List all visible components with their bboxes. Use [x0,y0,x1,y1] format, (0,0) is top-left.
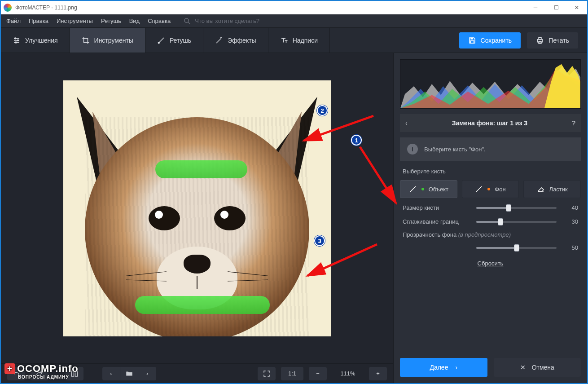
brush-size-value: 40 [563,204,578,211]
bg-opacity-slider[interactable] [476,247,557,249]
open-folder-button[interactable] [120,367,138,380]
sliders-icon [13,36,21,44]
text-icon [280,36,288,44]
brush-icon [475,185,483,193]
tab-label: Ретушь [170,37,191,44]
tab-enhance[interactable]: Улучшения [1,28,70,53]
fit-screen-button[interactable] [258,367,276,380]
next-image-button[interactable]: › [138,367,156,380]
zoom-value: 111% [332,370,364,377]
brush-size-slider[interactable] [476,207,557,209]
print-icon [536,36,544,44]
annotation-arrow-3 [301,240,382,282]
image-canvas[interactable] [63,80,331,336]
annotation-arrow-2 [297,111,378,147]
tab-text[interactable]: Надписи [268,28,330,53]
svg-rect-12 [539,37,541,40]
window-maximize-button[interactable]: ☐ [546,1,566,14]
histogram[interactable] [400,59,581,109]
panel-title: Замена фона: шаг 1 из 3 [412,119,568,127]
bg-opacity-value: 50 [563,244,578,251]
cancel-button[interactable]: ✕ Отмена [494,358,581,377]
tab-effects[interactable]: Эффекты [203,28,268,53]
feather-value: 30 [563,218,578,225]
tab-label: Эффекты [228,37,256,44]
plus-icon: + [4,363,15,374]
window-title: ФотоМАСТЕР - 1111.png [15,4,77,11]
annotation-badge-2: 2 [317,105,328,116]
annotation-badge-1: 1 [351,135,362,146]
zoom-in-button[interactable]: + [369,367,387,380]
opacity-label: Прозрачность фона [403,231,456,238]
svg-line-14 [304,116,373,141]
chevron-right-icon: › [455,364,457,371]
object-mask-stroke [155,160,247,178]
svg-point-0 [184,18,189,22]
feather-label: Сглаживание границ [403,218,470,225]
brush-background-button[interactable]: Фон [462,180,519,198]
svg-rect-9 [470,38,473,40]
tab-label: Инструменты [94,37,133,44]
feather-slider[interactable] [476,221,557,223]
svg-line-16 [360,147,396,203]
tab-label: Улучшения [25,37,58,44]
print-label: Печать [549,37,569,44]
prev-image-button[interactable]: ‹ [102,367,120,380]
save-icon [468,36,476,44]
titlebar: ФотоМАСТЕР - 1111.png ─ ☐ ✕ [1,1,587,14]
panel-back-button[interactable]: ‹ [405,119,408,127]
menu-edit[interactable]: Правка [29,18,48,24]
svg-point-5 [15,38,16,39]
close-icon: ✕ [520,364,526,371]
object-mask-stroke [135,296,270,314]
menu-help[interactable]: Справка [148,18,171,24]
search-icon [183,17,191,25]
save-button[interactable]: Сохранить [459,32,521,49]
svg-point-6 [18,40,19,41]
panel-header: ‹ Замена фона: шаг 1 из 3 ? [400,114,581,132]
annotation-badge-3: 3 [314,235,325,246]
panel-help-button[interactable]: ? [572,119,575,127]
svg-line-15 [307,244,377,276]
opacity-note: (в предпросмотре) [458,231,511,238]
tab-retouch[interactable]: Ретушь [145,28,203,53]
watermark: +OCOMP.info ВОПРОСЫ АДМИНУ [4,363,79,380]
svg-line-1 [188,22,190,24]
window-close-button[interactable]: ✕ [566,1,587,14]
eraser-icon [537,185,545,193]
menu-tools[interactable]: Инструменты [57,18,93,24]
app-logo-icon [4,4,12,12]
svg-point-8 [158,42,159,43]
menu-retouch[interactable]: Ретушь [101,18,121,24]
annotation-arrow-1 [355,145,445,207]
properties-sidebar: ‹ Замена фона: шаг 1 из 3 ? i Выберите к… [393,53,587,383]
tab-label: Надписи [293,37,318,44]
svg-rect-10 [470,40,474,43]
tab-tools[interactable]: Инструменты [70,28,145,53]
search-input[interactable] [195,18,294,24]
save-label: Сохранить [481,37,512,44]
menu-view[interactable]: Вид [129,18,140,24]
wand-icon [215,36,223,44]
zoom-out-button[interactable]: − [309,367,327,380]
menu-file[interactable]: Файл [6,18,21,24]
print-button[interactable]: Печать [527,32,578,49]
next-button[interactable]: Далее › [400,358,487,377]
brush-icon [157,36,165,44]
brush-eraser-button[interactable]: Ластик [523,180,581,198]
window-minimize-button[interactable]: ─ [525,1,546,14]
menubar: Файл Правка Инструменты Ретушь Вид Справ… [1,14,587,28]
reset-link[interactable]: Сбросить [400,257,581,269]
zoom-1to1-button[interactable]: 1:1 [281,367,303,380]
svg-point-7 [15,42,17,43]
mode-tabs: Улучшения Инструменты Ретушь Эффекты Над… [1,28,587,53]
crop-icon [82,36,90,44]
